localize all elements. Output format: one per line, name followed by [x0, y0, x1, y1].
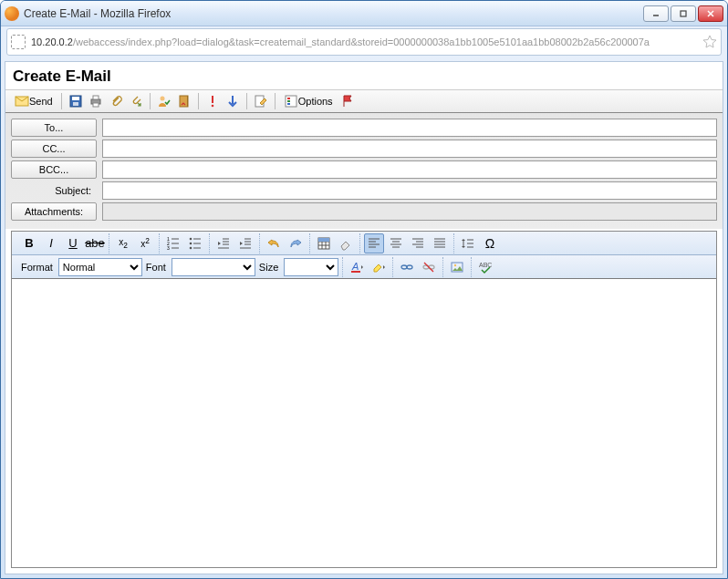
main-toolbar: Send	[5, 89, 723, 113]
page-pencil-icon	[254, 94, 268, 109]
font-select[interactable]	[172, 258, 255, 276]
eraser-button[interactable]	[336, 233, 356, 253]
editor-toolbar-2: Format Normal Font Size A	[12, 255, 716, 279]
priority-low-button[interactable]	[224, 92, 242, 110]
svg-rect-9	[93, 96, 99, 99]
bcc-button[interactable]: BCC...	[11, 160, 97, 179]
site-identity-icon[interactable]	[11, 35, 26, 49]
svg-point-11	[160, 97, 164, 101]
book-icon	[177, 94, 192, 109]
address-book-button[interactable]	[175, 92, 193, 110]
attachments-button[interactable]: Attachments:	[11, 202, 97, 221]
undo-button[interactable]	[264, 233, 284, 253]
svg-point-28	[190, 237, 192, 240]
svg-rect-20	[287, 100, 290, 102]
window-title: Create E-Mail - Mozilla Firefox	[24, 7, 643, 20]
subject-input[interactable]	[102, 181, 717, 200]
cc-input[interactable]	[102, 140, 717, 158]
maximize-button[interactable]	[671, 5, 696, 22]
svg-rect-19	[287, 98, 290, 99]
size-label: Size	[257, 262, 282, 273]
unordered-list-button[interactable]	[185, 233, 205, 253]
separator	[275, 93, 276, 109]
printer-icon	[88, 94, 103, 109]
svg-point-71	[407, 265, 412, 269]
attach-button[interactable]	[107, 92, 125, 110]
minimize-button[interactable]	[643, 5, 669, 22]
to-input[interactable]	[102, 119, 717, 137]
paperclip-icon	[109, 94, 123, 109]
indent-button[interactable]	[235, 233, 255, 253]
signature-button[interactable]	[252, 92, 270, 110]
flag-icon	[340, 94, 355, 109]
unlink-button[interactable]	[419, 257, 439, 277]
strikethrough-button[interactable]: abe	[85, 233, 105, 253]
redo-button[interactable]	[286, 233, 306, 253]
url-text: 10.20.0.2/webaccess/index.php?load=dialo…	[31, 36, 702, 47]
link-button[interactable]	[397, 257, 417, 277]
subscript-button[interactable]: x2	[113, 233, 133, 253]
format-select[interactable]: Normal	[58, 258, 142, 276]
size-select[interactable]	[284, 258, 338, 276]
align-center-button[interactable]	[386, 233, 406, 253]
close-button[interactable]	[698, 5, 723, 22]
message-body[interactable]	[12, 279, 716, 567]
flag-button[interactable]	[338, 92, 357, 110]
floppy-icon	[68, 94, 83, 109]
underline-button[interactable]: U	[63, 233, 83, 253]
special-char-button[interactable]: Ω	[480, 233, 500, 253]
send-button[interactable]: Send	[11, 92, 57, 110]
align-right-button[interactable]	[408, 233, 428, 253]
align-left-button[interactable]	[364, 233, 384, 253]
text-color-button[interactable]: A	[347, 257, 367, 277]
exclamation-icon	[205, 94, 220, 109]
highlight-button[interactable]	[369, 257, 389, 277]
bookmark-star-icon[interactable]	[702, 35, 717, 49]
outdent-button[interactable]	[213, 233, 234, 253]
table-button[interactable]	[314, 233, 334, 253]
separator	[150, 93, 151, 109]
align-justify-button[interactable]	[430, 233, 450, 253]
attachments-box[interactable]	[102, 202, 717, 221]
separator	[61, 93, 62, 109]
svg-rect-6	[72, 97, 79, 100]
envelope-icon	[15, 94, 29, 109]
separator	[246, 93, 247, 109]
address-bar[interactable]: 10.20.0.2/webaccess/index.php?load=dialo…	[6, 28, 722, 56]
attach-item-button[interactable]	[127, 92, 145, 110]
svg-rect-21	[287, 103, 290, 105]
italic-button[interactable]: I	[41, 233, 61, 253]
bold-button[interactable]: B	[19, 233, 39, 253]
superscript-button[interactable]: x2	[135, 233, 155, 253]
firefox-icon	[5, 6, 19, 21]
svg-text:3: 3	[167, 245, 170, 251]
ordered-list-button[interactable]: 123	[163, 233, 183, 253]
page-content: Create E-Mail Send	[5, 61, 723, 574]
bcc-input[interactable]	[102, 160, 717, 179]
svg-rect-13	[187, 96, 188, 107]
cc-button[interactable]: CC...	[11, 140, 97, 158]
save-button[interactable]	[67, 92, 85, 110]
recipient-fields: To... CC... BCC... Subject: Attachments:	[5, 113, 723, 229]
svg-point-15	[211, 105, 213, 108]
print-button[interactable]	[87, 92, 105, 110]
svg-text:A: A	[351, 261, 359, 272]
page-title: Create E-Mail	[5, 62, 723, 89]
svg-rect-10	[93, 103, 99, 107]
font-label: Font	[144, 262, 170, 273]
check-names-button[interactable]	[155, 92, 173, 110]
svg-rect-18	[286, 96, 296, 107]
image-button[interactable]	[447, 257, 467, 277]
line-spacing-button[interactable]	[458, 233, 478, 253]
svg-point-76	[454, 264, 456, 265]
editor-toolbar-1: B I U abe x2 x2 123	[12, 232, 716, 255]
spellcheck-button[interactable]: ABC	[475, 257, 495, 277]
format-label: Format	[19, 262, 57, 273]
to-button[interactable]: To...	[11, 119, 97, 137]
svg-point-30	[190, 246, 192, 249]
titlebar: Create E-Mail - Mozilla Firefox	[1, 1, 727, 26]
separator	[198, 93, 199, 109]
person-check-icon	[157, 94, 172, 109]
priority-high-button[interactable]	[203, 92, 222, 110]
options-button[interactable]: Options	[280, 92, 337, 110]
